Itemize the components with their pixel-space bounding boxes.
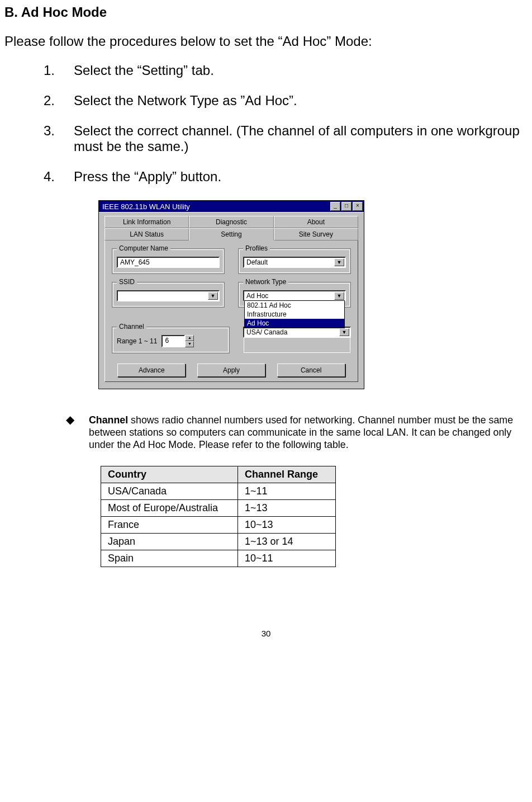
bullet-paragraph: Channel shows radio channel numbers used… bbox=[89, 414, 524, 451]
group-channel: Channel Range 1 ~ 11 6 ▲ ▼ bbox=[112, 327, 230, 353]
channel-value[interactable]: 6 bbox=[162, 335, 185, 347]
group-network-type: Network Type Ad Hoc ▼ 802.11 Ad Hoc Infr… bbox=[238, 282, 351, 308]
group-label: Network Type bbox=[243, 278, 288, 286]
table-cell: 1~13 bbox=[238, 499, 336, 516]
step-text: Select the Network Type as ”Ad Hoc”. bbox=[72, 93, 528, 108]
step-number: 2. bbox=[44, 93, 72, 108]
table-cell: 1~13 or 14 bbox=[238, 533, 336, 550]
bullet-icon: ◆ bbox=[66, 414, 89, 451]
ssid-combo[interactable]: ▼ bbox=[117, 290, 220, 301]
table-cell: Most of Europe/Australia bbox=[101, 499, 238, 516]
wlan-utility-window: IEEE 802.11b WLAN Utility _ □ × Link Inf… bbox=[98, 200, 364, 389]
group-label: Computer Name bbox=[117, 244, 170, 252]
tab-site-survey[interactable]: Site Survey bbox=[274, 228, 358, 240]
table-row: Most of Europe/Australia 1~13 bbox=[101, 499, 336, 516]
network-type-value: Ad Hoc bbox=[246, 292, 268, 300]
table-cell: USA/Canada bbox=[101, 483, 238, 499]
tab-link-information[interactable]: Link Information bbox=[104, 216, 189, 228]
table-row: Spain 10~11 bbox=[101, 550, 336, 567]
channel-spinner[interactable]: 6 ▲ ▼ bbox=[162, 335, 194, 347]
section-title: B. Ad Hoc Mode bbox=[4, 4, 528, 20]
step-number: 1. bbox=[44, 63, 72, 78]
table-cell: 10~13 bbox=[238, 516, 336, 533]
chevron-down-icon[interactable]: ▼ bbox=[339, 328, 349, 336]
group-label: SSID bbox=[117, 278, 137, 286]
tab-about[interactable]: About bbox=[274, 216, 358, 228]
network-type-option[interactable]: Ad Hoc bbox=[245, 319, 344, 328]
network-type-dropdown[interactable]: 802.11 Ad Hoc Infrastructure Ad Hoc bbox=[244, 300, 345, 328]
spinner-up-icon[interactable]: ▲ bbox=[185, 335, 194, 341]
network-type-option[interactable]: 802.11 Ad Hoc bbox=[245, 301, 344, 310]
intro-text: Please follow the procedures below to se… bbox=[4, 34, 528, 49]
table-cell: 1~11 bbox=[238, 483, 336, 499]
tab-setting[interactable]: Setting bbox=[189, 228, 273, 240]
page-number: 30 bbox=[4, 629, 528, 638]
group-country: USA/ Canada ▼ bbox=[243, 327, 351, 353]
cancel-button[interactable]: Cancel bbox=[277, 364, 345, 377]
chevron-down-icon[interactable]: ▼ bbox=[334, 292, 344, 300]
apply-button[interactable]: Apply bbox=[197, 364, 265, 377]
table-cell: Japan bbox=[101, 533, 238, 550]
computer-name-value: AMY_645 bbox=[120, 258, 150, 266]
profiles-combo[interactable]: Default ▼ bbox=[243, 257, 346, 268]
maximize-button[interactable]: □ bbox=[341, 202, 352, 211]
group-label: Channel bbox=[117, 323, 146, 331]
country-value: USA/ Canada bbox=[246, 328, 287, 336]
group-computer-name: Computer Name AMY_645 bbox=[112, 248, 225, 274]
table-cell: Spain bbox=[101, 550, 238, 567]
table-cell: France bbox=[101, 516, 238, 533]
table-row: USA/Canada 1~11 bbox=[101, 483, 336, 499]
group-profiles: Profiles Default ▼ bbox=[238, 248, 351, 274]
country-combo[interactable]: USA/ Canada ▼ bbox=[243, 327, 351, 338]
advance-button[interactable]: Advance bbox=[117, 364, 186, 377]
network-type-option[interactable]: Infrastructure bbox=[245, 310, 344, 319]
step-number: 4. bbox=[44, 169, 72, 185]
tab-lan-status[interactable]: LAN Status bbox=[104, 228, 189, 240]
channel-range-label: Range 1 ~ 11 bbox=[117, 337, 157, 345]
network-type-combo[interactable]: Ad Hoc ▼ 802.11 Ad Hoc Infrastructure Ad… bbox=[243, 290, 346, 301]
table-header: Country bbox=[101, 466, 238, 483]
minimize-button[interactable]: _ bbox=[330, 202, 340, 211]
window-titlebar: IEEE 802.11b WLAN Utility _ □ × bbox=[99, 201, 364, 212]
step-text: Press the “Apply” button. bbox=[72, 169, 528, 185]
table-row: France 10~13 bbox=[101, 516, 336, 533]
window-title: IEEE 802.11b WLAN Utility bbox=[102, 202, 329, 211]
group-label: Profiles bbox=[243, 244, 270, 252]
tab-diagnostic[interactable]: Diagnostic bbox=[189, 216, 273, 228]
profiles-value: Default bbox=[246, 258, 268, 266]
channel-range-table: Country Channel Range USA/Canada 1~11 Mo… bbox=[101, 466, 336, 567]
step-text: Select the correct channel. (The channel… bbox=[72, 123, 528, 154]
step-number: 3. bbox=[44, 123, 72, 154]
table-header-row: Country Channel Range bbox=[101, 466, 336, 483]
steps-list: 1.Select the “Setting” tab. 2.Select the… bbox=[4, 63, 528, 185]
spinner-down-icon[interactable]: ▼ bbox=[185, 341, 194, 347]
chevron-down-icon[interactable]: ▼ bbox=[334, 258, 344, 266]
table-row: Japan 1~13 or 14 bbox=[101, 533, 336, 550]
computer-name-input[interactable]: AMY_645 bbox=[117, 257, 220, 268]
table-header: Channel Range bbox=[238, 466, 336, 483]
close-button[interactable]: × bbox=[353, 202, 363, 211]
group-ssid: SSID ▼ bbox=[112, 282, 225, 308]
table-cell: 10~11 bbox=[238, 550, 336, 567]
bullet-text: shows radio channel numbers used for net… bbox=[89, 414, 513, 450]
bullet-lead: Channel bbox=[89, 414, 128, 426]
step-text: Select the “Setting” tab. bbox=[72, 63, 528, 78]
chevron-down-icon[interactable]: ▼ bbox=[208, 292, 218, 300]
